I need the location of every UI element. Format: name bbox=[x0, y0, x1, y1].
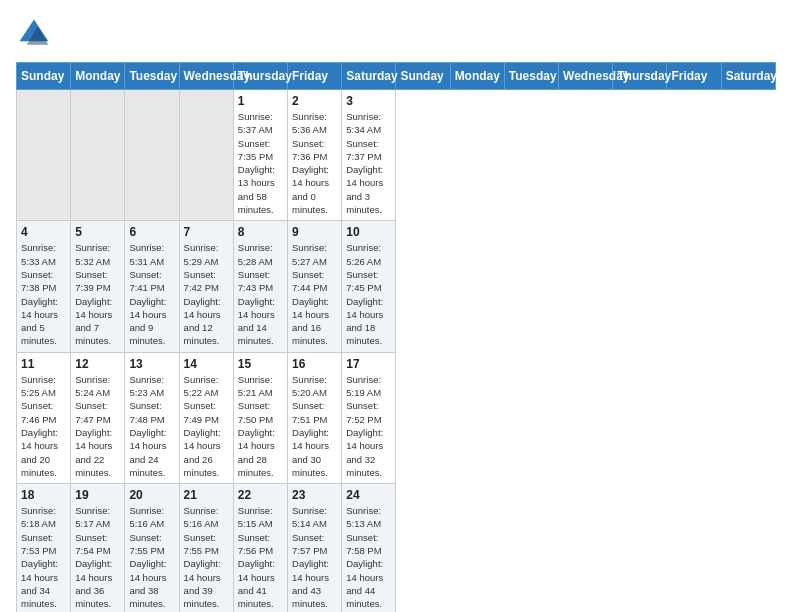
calendar-table: SundayMondayTuesdayWednesdayThursdayFrid… bbox=[16, 62, 776, 612]
day-number: 16 bbox=[292, 357, 337, 371]
column-header-thursday: Thursday bbox=[613, 63, 667, 90]
day-info: Sunrise: 5:16 AM Sunset: 7:55 PM Dayligh… bbox=[129, 504, 174, 610]
column-header-tuesday: Tuesday bbox=[504, 63, 558, 90]
day-number: 24 bbox=[346, 488, 391, 502]
calendar-cell: 24Sunrise: 5:13 AM Sunset: 7:58 PM Dayli… bbox=[342, 484, 396, 612]
day-number: 19 bbox=[75, 488, 120, 502]
calendar-cell: 17Sunrise: 5:19 AM Sunset: 7:52 PM Dayli… bbox=[342, 352, 396, 483]
day-info: Sunrise: 5:19 AM Sunset: 7:52 PM Dayligh… bbox=[346, 373, 391, 479]
day-number: 1 bbox=[238, 94, 283, 108]
day-number: 8 bbox=[238, 225, 283, 239]
day-info: Sunrise: 5:20 AM Sunset: 7:51 PM Dayligh… bbox=[292, 373, 337, 479]
calendar-header-row: SundayMondayTuesdayWednesdayThursdayFrid… bbox=[17, 63, 776, 90]
day-number: 3 bbox=[346, 94, 391, 108]
day-number: 4 bbox=[21, 225, 66, 239]
day-number: 21 bbox=[184, 488, 229, 502]
day-info: Sunrise: 5:16 AM Sunset: 7:55 PM Dayligh… bbox=[184, 504, 229, 610]
day-number: 23 bbox=[292, 488, 337, 502]
column-header-saturday: Saturday bbox=[721, 63, 775, 90]
column-header-saturday: Saturday bbox=[342, 63, 396, 90]
logo-icon bbox=[16, 16, 52, 52]
column-header-tuesday: Tuesday bbox=[125, 63, 179, 90]
day-number: 5 bbox=[75, 225, 120, 239]
day-info: Sunrise: 5:18 AM Sunset: 7:53 PM Dayligh… bbox=[21, 504, 66, 610]
day-info: Sunrise: 5:31 AM Sunset: 7:41 PM Dayligh… bbox=[129, 241, 174, 347]
column-header-wednesday: Wednesday bbox=[179, 63, 233, 90]
day-info: Sunrise: 5:23 AM Sunset: 7:48 PM Dayligh… bbox=[129, 373, 174, 479]
day-info: Sunrise: 5:21 AM Sunset: 7:50 PM Dayligh… bbox=[238, 373, 283, 479]
day-number: 6 bbox=[129, 225, 174, 239]
column-header-friday: Friday bbox=[667, 63, 721, 90]
column-header-wednesday: Wednesday bbox=[559, 63, 613, 90]
calendar-cell: 5Sunrise: 5:32 AM Sunset: 7:39 PM Daylig… bbox=[71, 221, 125, 352]
calendar-cell: 19Sunrise: 5:17 AM Sunset: 7:54 PM Dayli… bbox=[71, 484, 125, 612]
calendar-cell: 23Sunrise: 5:14 AM Sunset: 7:57 PM Dayli… bbox=[288, 484, 342, 612]
day-number: 13 bbox=[129, 357, 174, 371]
calendar-cell: 1Sunrise: 5:37 AM Sunset: 7:35 PM Daylig… bbox=[233, 90, 287, 221]
calendar-cell bbox=[71, 90, 125, 221]
calendar-cell: 14Sunrise: 5:22 AM Sunset: 7:49 PM Dayli… bbox=[179, 352, 233, 483]
day-number: 12 bbox=[75, 357, 120, 371]
page-header bbox=[16, 16, 776, 52]
calendar-cell: 7Sunrise: 5:29 AM Sunset: 7:42 PM Daylig… bbox=[179, 221, 233, 352]
day-info: Sunrise: 5:17 AM Sunset: 7:54 PM Dayligh… bbox=[75, 504, 120, 610]
calendar-cell: 2Sunrise: 5:36 AM Sunset: 7:36 PM Daylig… bbox=[288, 90, 342, 221]
day-info: Sunrise: 5:26 AM Sunset: 7:45 PM Dayligh… bbox=[346, 241, 391, 347]
day-info: Sunrise: 5:37 AM Sunset: 7:35 PM Dayligh… bbox=[238, 110, 283, 216]
calendar-cell: 15Sunrise: 5:21 AM Sunset: 7:50 PM Dayli… bbox=[233, 352, 287, 483]
column-header-sunday: Sunday bbox=[17, 63, 71, 90]
day-number: 9 bbox=[292, 225, 337, 239]
day-number: 7 bbox=[184, 225, 229, 239]
day-info: Sunrise: 5:15 AM Sunset: 7:56 PM Dayligh… bbox=[238, 504, 283, 610]
day-info: Sunrise: 5:25 AM Sunset: 7:46 PM Dayligh… bbox=[21, 373, 66, 479]
column-header-friday: Friday bbox=[288, 63, 342, 90]
calendar-week-row: 18Sunrise: 5:18 AM Sunset: 7:53 PM Dayli… bbox=[17, 484, 776, 612]
day-number: 2 bbox=[292, 94, 337, 108]
calendar-cell: 9Sunrise: 5:27 AM Sunset: 7:44 PM Daylig… bbox=[288, 221, 342, 352]
day-info: Sunrise: 5:27 AM Sunset: 7:44 PM Dayligh… bbox=[292, 241, 337, 347]
day-info: Sunrise: 5:34 AM Sunset: 7:37 PM Dayligh… bbox=[346, 110, 391, 216]
day-info: Sunrise: 5:32 AM Sunset: 7:39 PM Dayligh… bbox=[75, 241, 120, 347]
calendar-cell: 10Sunrise: 5:26 AM Sunset: 7:45 PM Dayli… bbox=[342, 221, 396, 352]
calendar-cell: 20Sunrise: 5:16 AM Sunset: 7:55 PM Dayli… bbox=[125, 484, 179, 612]
calendar-cell: 13Sunrise: 5:23 AM Sunset: 7:48 PM Dayli… bbox=[125, 352, 179, 483]
calendar-cell bbox=[17, 90, 71, 221]
calendar-cell: 11Sunrise: 5:25 AM Sunset: 7:46 PM Dayli… bbox=[17, 352, 71, 483]
column-header-thursday: Thursday bbox=[233, 63, 287, 90]
day-number: 11 bbox=[21, 357, 66, 371]
day-number: 10 bbox=[346, 225, 391, 239]
day-number: 15 bbox=[238, 357, 283, 371]
calendar-cell bbox=[179, 90, 233, 221]
calendar-cell: 8Sunrise: 5:28 AM Sunset: 7:43 PM Daylig… bbox=[233, 221, 287, 352]
column-header-monday: Monday bbox=[450, 63, 504, 90]
day-info: Sunrise: 5:14 AM Sunset: 7:57 PM Dayligh… bbox=[292, 504, 337, 610]
day-info: Sunrise: 5:28 AM Sunset: 7:43 PM Dayligh… bbox=[238, 241, 283, 347]
day-number: 22 bbox=[238, 488, 283, 502]
calendar-week-row: 11Sunrise: 5:25 AM Sunset: 7:46 PM Dayli… bbox=[17, 352, 776, 483]
day-info: Sunrise: 5:33 AM Sunset: 7:38 PM Dayligh… bbox=[21, 241, 66, 347]
calendar-cell: 12Sunrise: 5:24 AM Sunset: 7:47 PM Dayli… bbox=[71, 352, 125, 483]
calendar-cell bbox=[125, 90, 179, 221]
calendar-cell: 22Sunrise: 5:15 AM Sunset: 7:56 PM Dayli… bbox=[233, 484, 287, 612]
calendar-cell: 18Sunrise: 5:18 AM Sunset: 7:53 PM Dayli… bbox=[17, 484, 71, 612]
column-header-sunday: Sunday bbox=[396, 63, 450, 90]
calendar-cell: 21Sunrise: 5:16 AM Sunset: 7:55 PM Dayli… bbox=[179, 484, 233, 612]
day-number: 14 bbox=[184, 357, 229, 371]
day-number: 18 bbox=[21, 488, 66, 502]
day-info: Sunrise: 5:29 AM Sunset: 7:42 PM Dayligh… bbox=[184, 241, 229, 347]
calendar-cell: 4Sunrise: 5:33 AM Sunset: 7:38 PM Daylig… bbox=[17, 221, 71, 352]
calendar-week-row: 1Sunrise: 5:37 AM Sunset: 7:35 PM Daylig… bbox=[17, 90, 776, 221]
calendar-cell: 3Sunrise: 5:34 AM Sunset: 7:37 PM Daylig… bbox=[342, 90, 396, 221]
calendar-cell: 6Sunrise: 5:31 AM Sunset: 7:41 PM Daylig… bbox=[125, 221, 179, 352]
day-info: Sunrise: 5:36 AM Sunset: 7:36 PM Dayligh… bbox=[292, 110, 337, 216]
calendar-cell: 16Sunrise: 5:20 AM Sunset: 7:51 PM Dayli… bbox=[288, 352, 342, 483]
column-header-monday: Monday bbox=[71, 63, 125, 90]
day-number: 20 bbox=[129, 488, 174, 502]
day-info: Sunrise: 5:13 AM Sunset: 7:58 PM Dayligh… bbox=[346, 504, 391, 610]
day-info: Sunrise: 5:22 AM Sunset: 7:49 PM Dayligh… bbox=[184, 373, 229, 479]
day-number: 17 bbox=[346, 357, 391, 371]
calendar-week-row: 4Sunrise: 5:33 AM Sunset: 7:38 PM Daylig… bbox=[17, 221, 776, 352]
logo bbox=[16, 16, 56, 52]
day-info: Sunrise: 5:24 AM Sunset: 7:47 PM Dayligh… bbox=[75, 373, 120, 479]
